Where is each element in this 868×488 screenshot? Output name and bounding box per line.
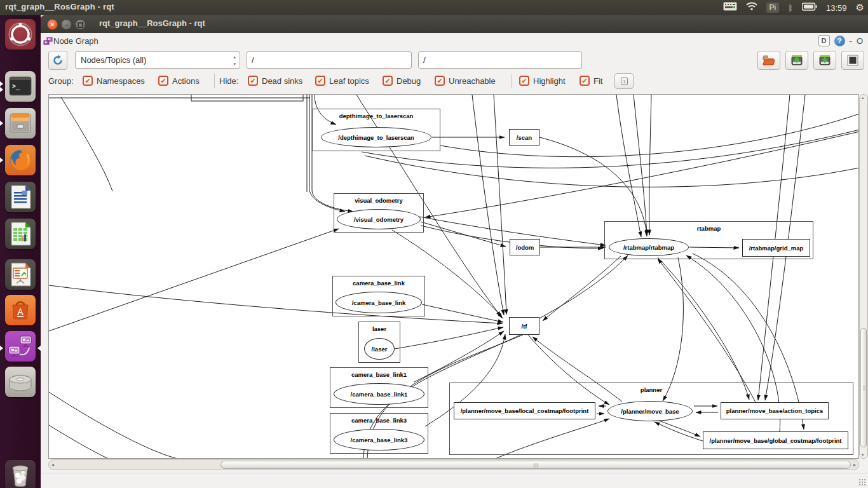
checkbox-label: Actions [172,76,200,86]
launcher-item-trash[interactable] [5,460,36,488]
window-titlebar[interactable]: ✕ – rqt_graph__RosGraph - rqt [41,15,868,33]
checkbox-dead-sinks[interactable]: ✔ Dead sinks [248,76,302,86]
separator [214,74,215,88]
namespace-label: camera_base_link3 [330,417,428,424]
topic-scan[interactable]: /scan [509,129,539,146]
topic-odom[interactable]: /odom [510,239,540,255]
topic-tf[interactable]: /tf [509,317,539,335]
snapshot-button[interactable] [841,51,864,70]
window-maximize-button[interactable] [75,19,86,30]
battery-icon[interactable] [802,2,817,13]
running-indicator [0,346,3,351]
window-minimize-button[interactable]: – [61,19,72,30]
checkbox-unreachable[interactable]: ✔ Unreachable [435,76,496,86]
clock[interactable]: 13:59 [826,3,847,13]
checkbox-namespaces[interactable]: ✔ Namespaces [83,76,145,86]
checkbox-label: Fit [593,76,602,86]
checkbox-label: Unreachable [449,76,496,86]
graph-canvas[interactable]: depthimage_to_laserscan /depthimage_to_l… [48,94,859,459]
checkbox-debug[interactable]: ✔ Debug [383,76,421,86]
running-indicator [0,87,3,92]
launcher-item-firefox[interactable] [5,145,36,175]
node-camera-base-link1[interactable]: /camera_base_link1 [334,383,424,405]
node-camera-base-link3[interactable]: /camera_base_link3 [334,429,424,451]
resize-grip[interactable] [858,478,866,486]
namespace-label: visual_odometry [334,197,423,204]
launcher-item-dash[interactable] [5,19,36,50]
save-as-icon [818,54,831,67]
checkbox-fit[interactable]: ✔ Fit [580,76,602,86]
namespace-label: camera_base_link1 [330,371,428,378]
launcher-item-software-center[interactable] [5,295,36,325]
system-menu-bar: rqt_graph__RosGraph - rqt Pi ᛒ 13:59 ⚙ [0,0,868,15]
window-title: rqt_graph__RosGraph - rqt [99,18,205,28]
checkbox-label: Namespaces [97,76,145,86]
fit-in-view-button[interactable]: 1 [614,73,634,89]
namespace-label: depthimage_to_laserscan [313,112,440,119]
node-visual-odometry[interactable]: /visual_odometry [337,209,421,229]
node-laser[interactable]: /laser [364,338,395,360]
dock-help-button[interactable]: ? [834,36,845,46]
checkmark-icon: ✔ [248,76,258,86]
graph-type-combobox[interactable]: Nodes/Topics (all) ▴▾ [75,51,240,69]
fit-in-view-icon: 1 [621,78,628,85]
horizontal-scrollbar-thumb[interactable] [220,461,851,469]
graph-toolbar: Nodes/Topics (all) ▴▾ [41,50,868,71]
refresh-graph-button[interactable] [48,51,67,70]
keyboard-indicator-icon[interactable] [723,2,737,13]
dock-close-button[interactable]: O [857,36,863,46]
save-image-button[interactable] [813,51,836,70]
topic-local-costmap-footprint[interactable]: /planner/move_base/local_costmap/footpri… [454,402,595,419]
hide-label: Hide: [219,76,238,86]
open-folder-icon [763,55,775,66]
launcher-item-libreoffice-calc[interactable] [5,219,36,249]
bluetooth-icon[interactable]: ᛒ [788,3,793,13]
node-camera-base-link[interactable]: /camera_base_link [336,292,422,313]
launcher-item-disks[interactable] [5,367,36,397]
launcher-item-libreoffice-writer[interactable] [5,182,36,212]
node-rtabmap[interactable]: /rtabmap/rtabmap [609,238,689,256]
namespace-label: laser [359,325,400,332]
svg-text:>_: >_ [12,83,20,90]
graph-type-value: Nodes/Topics (all) [81,55,146,65]
session-gear-icon[interactable]: ⚙ [856,2,864,13]
checkmark-icon: ✔ [519,76,529,86]
launcher-item-libreoffice-impress[interactable] [5,259,36,290]
checkbox-highlight[interactable]: ✔ Highlight [519,76,566,86]
checkbox-leaf-topics[interactable]: ✔ Leaf topics [315,76,369,86]
node-planner-move-base[interactable]: /planner/move_base [607,401,693,421]
window-close-button[interactable]: ✕ [47,19,58,30]
checkmark-icon: ✔ [580,76,590,86]
horizontal-scrollbar[interactable]: ◂ ▸ [48,459,859,470]
vertical-scrollbar-thumb[interactable] [860,328,867,447]
node-depthimage-to-laserscan[interactable]: /depthimage_to_laserscan [321,127,431,147]
dock-undock-button[interactable]: D [818,35,830,46]
topic-global-costmap-footprint[interactable]: /planner/move_base/global_costmap/footpr… [703,431,848,449]
scroll-right-icon[interactable]: ▸ [853,462,856,468]
topic-action-topics[interactable]: planner/move_base/action_topics [721,402,829,419]
checkbox-actions[interactable]: ✔ Actions [158,76,200,86]
launcher-item-files[interactable] [5,108,36,139]
focused-indicator [37,346,41,351]
checkmark-icon: ✔ [383,76,393,86]
dock-minimize-button[interactable]: - [850,36,852,46]
topic-filter-input[interactable] [418,51,582,69]
checkbox-label: Dead sinks [262,76,302,86]
screenshot-icon [847,55,858,66]
load-dot-button[interactable] [757,51,780,70]
topic-rtabmap-grid-map[interactable]: /rtabmap/grid_map [742,239,810,257]
scroll-down-icon[interactable]: ▾ [862,452,864,458]
vertical-scrollbar[interactable]: ▴ ▾ [859,94,868,459]
scroll-left-icon[interactable]: ◂ [51,462,54,468]
scroll-up-icon[interactable]: ▴ [862,95,864,100]
node-filter-input[interactable] [247,51,412,69]
checkmark-icon: ✔ [83,76,93,86]
namespace-label: planner [450,386,853,393]
launcher-item-rqt[interactable] [5,331,36,362]
unity-launcher: >_ [0,15,41,488]
running-indicator [0,81,3,86]
wifi-icon[interactable] [746,2,757,13]
save-dot-button[interactable] [785,51,808,70]
keyboard-layout-badge[interactable]: Pi [766,3,780,13]
launcher-item-terminal[interactable]: >_ [5,71,36,102]
